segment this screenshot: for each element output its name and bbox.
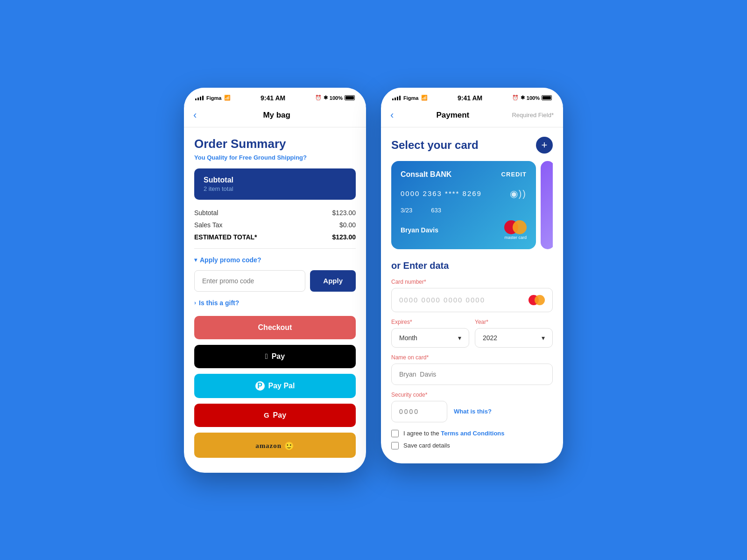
- google-icon: G: [264, 411, 269, 419]
- amazon-logo: amazon 🙂: [255, 440, 295, 450]
- card-bank-name: Consalt BANK: [401, 170, 451, 179]
- nav-title-right: Payment: [436, 111, 469, 120]
- save-card-checkbox[interactable]: [391, 442, 399, 449]
- paypal-label: Pay Pal: [268, 382, 295, 390]
- screens-container: Figma 📶 9:41 AM ⏰ ✱ 100% ‹ My bag Order …: [184, 88, 563, 473]
- wifi-icon-left: 📶: [224, 95, 231, 101]
- card-type-label: CREDIT: [501, 171, 527, 178]
- select-card-title: Select your card: [391, 139, 479, 152]
- nfc-icon: ◉)): [510, 188, 527, 199]
- app-name-right: Figma: [403, 95, 418, 101]
- card-purple-stub: [541, 161, 553, 249]
- mc-yellow-circle: [513, 220, 527, 234]
- promo-toggle[interactable]: ▾ Apply promo code?: [194, 256, 356, 264]
- app-name-left: Figma: [206, 95, 221, 101]
- back-button-right[interactable]: ‹: [390, 109, 394, 121]
- security-code-input[interactable]: [391, 401, 447, 422]
- banner-title: Subtotal: [204, 176, 346, 184]
- required-field-label: Required Field*: [512, 112, 554, 119]
- chevron-right-icon: ›: [194, 300, 196, 306]
- signal-bars-icon: [195, 96, 204, 100]
- banner-sub: 2 item total: [204, 185, 346, 192]
- what-is-this-link[interactable]: What is this?: [454, 408, 492, 415]
- security-row: What is this?: [391, 401, 553, 422]
- nav-title-left: My bag: [263, 111, 290, 120]
- promo-toggle-label: Apply promo code?: [200, 256, 261, 264]
- promo-row: Apply: [194, 270, 356, 292]
- card-expiry: 3/23: [401, 207, 412, 214]
- apple-icon: : [265, 352, 268, 361]
- year-select-wrap[interactable]: 20222023202420252026 ▾: [475, 328, 553, 348]
- gpay-button[interactable]: G Pay: [194, 404, 356, 427]
- card-number-text: 0000 2363 **** 8269: [401, 189, 482, 197]
- battery-icon-left: [345, 95, 355, 100]
- terms-checkbox[interactable]: [391, 430, 399, 437]
- add-card-button[interactable]: +: [536, 137, 553, 154]
- card-footer: Bryan Davis master card: [401, 220, 527, 240]
- applepay-label: Pay: [272, 352, 285, 361]
- year-select[interactable]: 20222023202420252026: [483, 334, 542, 342]
- card-number-display: 0000 2363 **** 8269 ◉)): [401, 188, 527, 199]
- status-bar-left: Figma 📶 9:41 AM ⏰ ✱ 100%: [184, 88, 366, 105]
- nav-bar-left: ‹ My bag: [184, 105, 366, 127]
- gift-toggle-label: Is this a gift?: [199, 299, 239, 307]
- credit-card[interactable]: Consalt BANK CREDIT 0000 2363 **** 8269 …: [391, 161, 536, 249]
- card-cvv: 633: [431, 207, 441, 214]
- time-left: 9:41 AM: [261, 94, 285, 102]
- subtotal-value: $123.00: [332, 209, 356, 217]
- back-button-left[interactable]: ‹: [193, 109, 197, 121]
- divider-1: [194, 248, 356, 249]
- alarm-icon-left: ⏰: [315, 95, 322, 101]
- name-on-card-input[interactable]: [391, 364, 553, 385]
- terms-checkbox-row: I agree to the Terms and Conditions: [391, 430, 553, 437]
- chevron-down-icon: ▾: [194, 257, 197, 263]
- card-number-placeholder: 0000 0000 0000 0000: [399, 296, 485, 304]
- amazonpay-button[interactable]: amazon 🙂: [194, 433, 356, 458]
- status-bar-right: Figma 📶 9:41 AM ⏰ ✱ 100%: [381, 88, 563, 105]
- expires-year-row: Expires* Month JanuaryFebruaryMarch Apri…: [391, 319, 553, 348]
- subtotal-label: Subtotal: [194, 209, 218, 217]
- card-brand-icon: [529, 295, 545, 305]
- mastercard-logo: [504, 220, 527, 234]
- right-phone: Figma 📶 9:41 AM ⏰ ✱ 100% ‹ Payment Requi…: [381, 88, 563, 463]
- year-group: Year* 20222023202420252026 ▾: [475, 319, 553, 348]
- month-select[interactable]: Month JanuaryFebruaryMarch AprilMayJune …: [399, 334, 458, 342]
- expires-label: Expires*: [391, 319, 469, 325]
- tax-line: Sales Tax $0.00: [194, 221, 356, 229]
- battery-text-right: 100%: [527, 95, 540, 101]
- card-number-input-wrap[interactable]: 0000 0000 0000 0000: [391, 288, 553, 312]
- year-label: Year*: [475, 319, 553, 325]
- mc-yellow-small: [535, 295, 545, 305]
- checkout-button[interactable]: Checkout: [194, 316, 356, 339]
- total-label: ESTIMATED TOTAL*: [194, 233, 257, 241]
- left-screen-content: Order Summary You Quality for Free Groun…: [184, 127, 366, 473]
- total-value: $123.00: [332, 233, 356, 241]
- terms-link[interactable]: Terms and Conditions: [441, 430, 504, 437]
- card-carousel: Consalt BANK CREDIT 0000 2363 **** 8269 …: [391, 161, 553, 249]
- card-number-label: Card number*: [391, 279, 553, 285]
- promo-code-input[interactable]: [194, 270, 305, 292]
- status-left-right: Figma 📶: [392, 95, 428, 101]
- status-right-left: ⏰ ✱ 100%: [315, 95, 355, 101]
- mastercard-logo-area: master card: [504, 220, 527, 240]
- order-summary-title: Order Summary: [194, 137, 356, 151]
- applepay-button[interactable]:  Pay: [194, 345, 356, 368]
- gift-toggle[interactable]: › Is this a gift?: [194, 299, 356, 307]
- battery-text-left: 100%: [330, 95, 343, 101]
- expires-group: Expires* Month JanuaryFebruaryMarch Apri…: [391, 319, 469, 348]
- month-chevron-icon: ▾: [458, 334, 461, 342]
- tax-value: $0.00: [339, 221, 356, 229]
- bluetooth-icon-left: ✱: [324, 95, 328, 101]
- gpay-label: Pay: [273, 411, 286, 420]
- enter-data-title: or Enter data: [391, 260, 553, 271]
- month-select-wrap[interactable]: Month JanuaryFebruaryMarch AprilMayJune …: [391, 328, 469, 348]
- nav-bar-right: ‹ Payment Required Field*: [381, 105, 563, 127]
- apply-button[interactable]: Apply: [310, 270, 356, 292]
- save-card-label: Save card details: [403, 442, 450, 449]
- total-line: ESTIMATED TOTAL* $123.00: [194, 233, 356, 241]
- time-right: 9:41 AM: [458, 94, 482, 102]
- paypal-button[interactable]: P Pay Pal: [194, 374, 356, 398]
- tax-label: Sales Tax: [194, 221, 222, 229]
- mastercard-label: master card: [504, 235, 527, 240]
- terms-text: I agree to the Terms and Conditions: [403, 430, 505, 437]
